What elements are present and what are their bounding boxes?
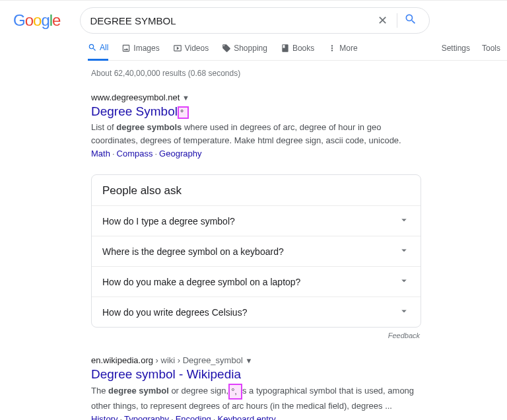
chevron-down-icon bbox=[398, 275, 410, 289]
sublink[interactable]: Encoding bbox=[176, 414, 211, 420]
result-url[interactable]: www.degreesymbol.net ▼ bbox=[91, 92, 421, 102]
tab-more[interactable]: More bbox=[327, 43, 357, 60]
result-sublinks: History·Typography·Encoding·Keyboard ent… bbox=[91, 414, 421, 420]
tab-videos[interactable]: Videos bbox=[173, 43, 209, 60]
paa-title: People also ask bbox=[92, 175, 421, 205]
tab-label: Images bbox=[133, 44, 159, 53]
search-result: www.degreesymbol.net ▼ Degree Symbol° Li… bbox=[91, 92, 421, 158]
chevron-down-icon bbox=[398, 244, 410, 258]
dropdown-icon[interactable]: ▼ bbox=[245, 357, 252, 365]
divider bbox=[397, 13, 397, 28]
sublink[interactable]: History bbox=[91, 414, 118, 420]
search-input[interactable] bbox=[90, 15, 372, 26]
search-box[interactable]: ✕ bbox=[80, 7, 430, 34]
highlight-degree: ° bbox=[178, 106, 189, 119]
sublink[interactable]: Math bbox=[91, 149, 110, 158]
search-icon[interactable] bbox=[401, 13, 420, 28]
highlight-degree: °, bbox=[228, 384, 242, 400]
paa-question[interactable]: How do you make a degree symbol on a lap… bbox=[92, 266, 421, 297]
chevron-down-icon bbox=[398, 214, 410, 228]
paa-question[interactable]: How do I type a degree symbol? bbox=[92, 205, 421, 236]
tab-label: Shopping bbox=[234, 44, 267, 53]
tab-all[interactable]: All bbox=[88, 43, 108, 61]
clear-icon[interactable]: ✕ bbox=[372, 13, 393, 28]
sublink[interactable]: Geography bbox=[159, 149, 201, 158]
tab-shopping[interactable]: Shopping bbox=[222, 43, 267, 60]
tab-label: Videos bbox=[185, 44, 209, 53]
tab-images[interactable]: Images bbox=[121, 43, 159, 60]
tools-link[interactable]: Tools bbox=[482, 44, 500, 53]
result-title[interactable]: Degree symbol - Wikipedia bbox=[91, 367, 241, 382]
tab-label: All bbox=[100, 43, 108, 52]
paa-question[interactable]: How do you write degrees Celsius? bbox=[92, 297, 421, 327]
sublink[interactable]: Compass bbox=[117, 149, 153, 158]
google-logo[interactable]: Google bbox=[13, 11, 60, 30]
tab-label: More bbox=[339, 44, 357, 53]
tab-label: Books bbox=[292, 44, 314, 53]
tab-books[interactable]: Books bbox=[281, 43, 314, 60]
result-snippet: The degree symbol or degree sign,°,s a t… bbox=[91, 384, 421, 412]
search-result: en.wikipedia.org › wiki › Degree_symbol … bbox=[91, 355, 421, 420]
settings-link[interactable]: Settings bbox=[442, 44, 470, 53]
result-stats: About 62,40,00,000 results (0.68 seconds… bbox=[91, 69, 421, 78]
people-also-ask: People also ask How do I type a degree s… bbox=[91, 174, 421, 328]
dropdown-icon[interactable]: ▼ bbox=[182, 94, 189, 102]
result-title[interactable]: Degree Symbol bbox=[91, 104, 178, 119]
feedback-link[interactable]: Feedback bbox=[91, 332, 421, 339]
sublink[interactable]: Keyboard entry bbox=[217, 414, 275, 420]
result-snippet: List of degree symbols where used in deg… bbox=[91, 121, 421, 147]
paa-question[interactable]: Where is the degree symbol on a keyboard… bbox=[92, 236, 421, 266]
result-url[interactable]: en.wikipedia.org › wiki › Degree_symbol … bbox=[91, 355, 421, 365]
chevron-down-icon bbox=[398, 305, 410, 319]
result-sublinks: Math·Compass·Geography bbox=[91, 149, 421, 158]
sublink[interactable]: Typography bbox=[124, 414, 169, 420]
